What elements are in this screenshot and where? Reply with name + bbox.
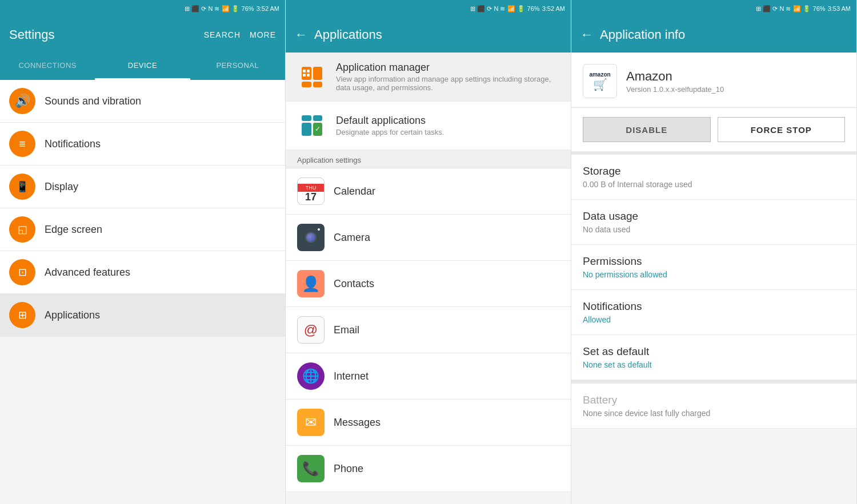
advanced-icon: ⊡	[9, 259, 35, 285]
set-default-title: Set as default	[583, 345, 845, 358]
app-manager-name: Application manager	[336, 62, 559, 74]
contacts-icon: 👤	[297, 270, 325, 297]
app-manager-item[interactable]: Application manager View app information…	[286, 53, 571, 102]
amazon-logo: amazon 🛒	[583, 64, 617, 98]
storage-title: Storage	[583, 165, 845, 178]
svg-rect-3	[307, 74, 310, 76]
applications-title: Applications	[314, 27, 562, 42]
app-info-panel: ⊞ ⬛ ⟳ N ≋ 📶 🔋 76% 3:53 AM ← Application …	[571, 0, 857, 504]
app-manager-desc: View app information and manage app sett…	[336, 75, 559, 92]
calendar-name: Calendar	[334, 186, 375, 197]
contacts-name: Contacts	[334, 278, 374, 290]
app-name-version: Amazon Version 1.0.x.x-selfupdate_10	[626, 69, 724, 94]
messages-icon: ✉	[297, 409, 325, 436]
contacts-text: Contacts	[334, 278, 374, 290]
camera-text: Camera	[334, 232, 370, 244]
time-3: 3:53 AM	[828, 5, 851, 12]
camera-icon	[297, 224, 325, 251]
internet-text: Internet	[334, 370, 369, 382]
force-stop-button[interactable]: FORCE STOP	[718, 117, 846, 142]
contacts-item[interactable]: 👤 Contacts	[286, 261, 571, 307]
phone-name: Phone	[334, 463, 363, 475]
advanced-label: Advanced features	[45, 267, 130, 279]
app-info-back-btn[interactable]: ←	[580, 27, 593, 42]
settings-item-notifications[interactable]: ≡ Notifications	[0, 123, 285, 166]
calendar-item[interactable]: THU 17 Calendar	[286, 168, 571, 215]
tab-personal[interactable]: PERSONAL	[190, 53, 285, 80]
camera-name: Camera	[334, 232, 370, 244]
permissions-section[interactable]: Permissions No permissions allowed	[571, 245, 856, 290]
app-settings-header: Application settings	[286, 150, 571, 168]
tab-device[interactable]: DEVICE	[95, 53, 190, 80]
edge-label: Edge screen	[45, 224, 102, 236]
camera-item[interactable]: Camera	[286, 215, 571, 261]
status-icons-1: ⊞ ⬛ ⟳ N ≋ 📶 🔋	[185, 5, 239, 13]
display-label: Display	[45, 181, 78, 193]
phone-icon: 📞	[297, 455, 325, 482]
battery-title: Battery	[583, 394, 845, 406]
default-apps-desc: Designate apps for certain tasks.	[336, 128, 444, 136]
app-manager-text: Application manager View app information…	[336, 62, 559, 92]
default-apps-icon: ✓	[297, 111, 327, 140]
settings-item-display[interactable]: 📱 Display	[0, 166, 285, 208]
search-action[interactable]: SEARCH	[204, 30, 241, 39]
phone-text: Phone	[334, 463, 363, 475]
applications-panel: ⊞ ⬛ ⟳ N ≋ 📶 🔋 76% 3:52 AM ← Applications…	[286, 0, 571, 504]
status-bar-2: ⊞ ⬛ ⟳ N ≋ 📶 🔋 76% 3:52 AM	[286, 0, 571, 17]
storage-value: 0.00 B of Internal storage used	[583, 180, 845, 189]
internet-icon: 🌐	[297, 362, 325, 390]
default-apps-item[interactable]: ✓ Default applications Designate apps fo…	[286, 102, 571, 150]
settings-top-bar: Settings SEARCH MORE	[0, 17, 285, 53]
disable-button[interactable]: DISABLE	[583, 117, 711, 142]
settings-item-advanced[interactable]: ⊡ Advanced features	[0, 251, 285, 294]
calendar-icon: THU 17	[297, 178, 325, 205]
data-usage-title: Data usage	[583, 210, 845, 223]
amazon-app-name: Amazon	[626, 69, 724, 84]
notifications-label: Notifications	[45, 138, 101, 150]
more-action[interactable]: MORE	[250, 30, 276, 39]
data-usage-section[interactable]: Data usage No data used	[571, 200, 856, 245]
settings-item-edge[interactable]: ◱ Edge screen	[0, 208, 285, 251]
apps-icon: ⊞	[9, 302, 35, 328]
data-usage-value: No data used	[583, 225, 845, 234]
status-icons-3: ⊞ ⬛ ⟳ N ≋ 📶 🔋	[756, 5, 810, 13]
tab-connections[interactable]: CONNECTIONS	[0, 53, 95, 80]
messages-item[interactable]: ✉ Messages	[286, 400, 571, 446]
settings-list: 🔊 Sounds and vibration ≡ Notifications 📱…	[0, 80, 285, 504]
applications-top-bar: ← Applications	[286, 17, 571, 53]
battery-pct-2: 76%	[527, 5, 540, 12]
default-apps-text: Default applications Designate apps for …	[336, 115, 444, 136]
email-text: Email	[334, 324, 359, 336]
notifications-value: Allowed	[583, 315, 845, 324]
notifications-title: Notifications	[583, 300, 845, 313]
battery-section[interactable]: Battery None since device last fully cha…	[571, 384, 856, 429]
calendar-text: Calendar	[334, 186, 375, 197]
permissions-value: No permissions allowed	[583, 270, 845, 279]
messages-name: Messages	[334, 417, 381, 429]
internet-item[interactable]: 🌐 Internet	[286, 353, 571, 400]
storage-section[interactable]: Storage 0.00 B of Internal storage used	[571, 155, 856, 200]
applications-back-btn[interactable]: ←	[295, 27, 307, 42]
notification-icon: ≡	[9, 131, 35, 157]
email-item[interactable]: @ Email	[286, 307, 571, 353]
phone-item[interactable]: 📞 Phone	[286, 446, 571, 492]
app-header-section: amazon 🛒 Amazon Version 1.0.x.x-selfupda…	[571, 53, 856, 108]
settings-item-applications[interactable]: ⊞ Applications	[0, 294, 285, 337]
set-default-value: None set as default	[583, 360, 845, 369]
battery-value: None since device last fully charged	[583, 409, 845, 418]
applications-list: Application manager View app information…	[286, 53, 571, 504]
volume-icon: 🔊	[9, 88, 35, 114]
settings-item-sounds[interactable]: 🔊 Sounds and vibration	[0, 80, 285, 123]
settings-title: Settings	[9, 27, 204, 42]
edge-icon: ◱	[9, 216, 35, 243]
battery-pct-1: 76%	[242, 5, 254, 12]
time-2: 3:52 AM	[542, 5, 565, 12]
set-default-section[interactable]: Set as default None set as default	[571, 335, 856, 380]
amazon-app-version: Version 1.0.x.x-selfupdate_10	[626, 85, 724, 94]
svg-rect-2	[303, 74, 306, 76]
battery-pct-3: 76%	[813, 5, 826, 12]
app-info-top-bar: ← Application info	[571, 17, 856, 53]
notifications-section[interactable]: Notifications Allowed	[571, 290, 856, 335]
settings-actions: SEARCH MORE	[204, 30, 276, 39]
svg-rect-1	[307, 70, 310, 72]
